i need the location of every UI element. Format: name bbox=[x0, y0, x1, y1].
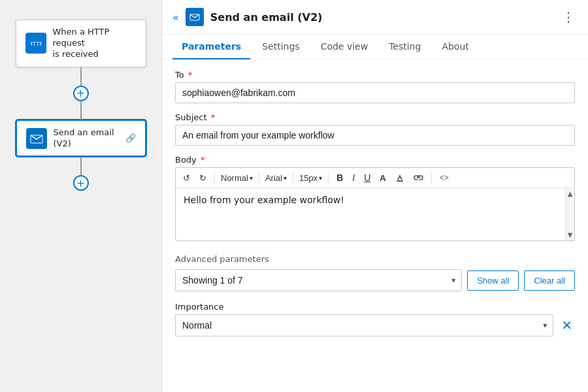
font-select[interactable]: Arial ▾ bbox=[264, 172, 288, 184]
collapse-button[interactable]: « bbox=[172, 11, 179, 24]
add-step-button-1[interactable]: + bbox=[73, 86, 89, 101]
advanced-params-label: Advanced parameters bbox=[175, 254, 575, 264]
tab-parameters[interactable]: Parameters bbox=[172, 35, 250, 59]
underline-button[interactable]: U bbox=[361, 171, 374, 185]
body-field-group: Body * ↺ ↻ Normal ▾ Arial ▾ bbox=[175, 155, 575, 241]
to-field-group: To * bbox=[175, 70, 575, 103]
size-select[interactable]: 15px ▾ bbox=[298, 172, 323, 184]
advanced-params-section: Advanced parameters Showing 1 of 7 ▾ Sho… bbox=[175, 254, 575, 291]
email-icon bbox=[26, 128, 47, 149]
importance-select[interactable]: Normal Low High bbox=[175, 314, 553, 336]
rte-content[interactable]: Hello from your example workflow! bbox=[176, 188, 574, 240]
format-chevron-icon: ▾ bbox=[250, 174, 253, 182]
tab-bar: Parameters Settings Code view Testing Ab… bbox=[162, 35, 588, 59]
font-chevron-icon: ▾ bbox=[284, 174, 287, 182]
scroll-up-icon[interactable]: ▲ bbox=[568, 190, 573, 197]
advanced-params-dropdown-wrapper: Showing 1 of 7 ▾ bbox=[175, 269, 462, 291]
subject-input[interactable] bbox=[175, 125, 575, 146]
panel-content: To * Subject * Body * ↺ ↻ bbox=[162, 59, 588, 392]
svg-rect-2 bbox=[29, 133, 44, 144]
importance-row: Normal Low High ▾ ✕ bbox=[175, 314, 575, 336]
scroll-down-icon[interactable]: ▼ bbox=[568, 231, 573, 238]
tab-testing[interactable]: Testing bbox=[380, 35, 430, 59]
code-button[interactable]: <> bbox=[436, 171, 452, 184]
action-panel: « Send an email (V2) ⋮ Parameters Settin… bbox=[162, 0, 588, 392]
font-color-button[interactable]: A bbox=[376, 171, 389, 185]
toolbar-divider-4 bbox=[328, 172, 329, 184]
svg-text:HTTP: HTTP bbox=[30, 41, 42, 47]
toolbar-divider-2 bbox=[259, 172, 259, 184]
body-label: Body * bbox=[175, 155, 575, 165]
bold-button[interactable]: B bbox=[333, 171, 346, 185]
importance-field-group: Importance Normal Low High ▾ ✕ bbox=[175, 302, 575, 336]
http-node-label: When a HTTP request is received bbox=[53, 27, 137, 60]
email-node-label: Send an email (V2) bbox=[54, 127, 119, 150]
advanced-params-controls: Showing 1 of 7 ▾ Show all Clear all bbox=[175, 269, 575, 291]
link-icon: 🔗 bbox=[125, 133, 136, 143]
clear-all-button[interactable]: Clear all bbox=[524, 270, 575, 291]
delete-importance-button[interactable]: ✕ bbox=[559, 318, 575, 333]
tab-about[interactable]: About bbox=[433, 35, 478, 59]
format-select[interactable]: Normal ▾ bbox=[220, 172, 254, 184]
connector-2 bbox=[80, 101, 82, 120]
to-label: To * bbox=[175, 70, 575, 80]
toolbar-divider-5 bbox=[431, 172, 432, 184]
importance-dropdown-wrapper: Normal Low High ▾ bbox=[175, 314, 553, 336]
show-all-button[interactable]: Show all bbox=[467, 270, 519, 291]
size-chevron-icon: ▾ bbox=[319, 174, 322, 182]
link-button[interactable] bbox=[410, 172, 427, 183]
svg-rect-6 bbox=[397, 180, 403, 182]
tab-settings[interactable]: Settings bbox=[253, 35, 308, 59]
add-step-button-2[interactable]: + bbox=[73, 175, 89, 191]
rte-toolbar: ↺ ↻ Normal ▾ Arial ▾ 15px ▾ bbox=[176, 168, 574, 188]
send-email-node[interactable]: Send an email (V2) 🔗 bbox=[16, 120, 146, 157]
subject-label: Subject * bbox=[175, 112, 575, 122]
panel-header: « Send an email (V2) ⋮ bbox=[162, 0, 588, 35]
to-input[interactable] bbox=[175, 82, 575, 103]
rte-scrollbar[interactable]: ▲ ▼ bbox=[565, 188, 574, 240]
panel-header-icon bbox=[186, 8, 204, 26]
toolbar-divider-1 bbox=[214, 172, 215, 184]
italic-button[interactable]: I bbox=[349, 171, 358, 185]
http-request-node[interactable]: HTTP When a HTTP request is received bbox=[16, 20, 146, 67]
tab-codeview[interactable]: Code view bbox=[312, 35, 378, 59]
undo-button[interactable]: ↺ bbox=[180, 171, 193, 185]
subject-field-group: Subject * bbox=[175, 112, 575, 146]
importance-label: Importance bbox=[175, 302, 575, 312]
rich-text-editor: ↺ ↻ Normal ▾ Arial ▾ 15px ▾ bbox=[175, 167, 575, 241]
redo-button[interactable]: ↻ bbox=[196, 171, 210, 185]
connector-1 bbox=[80, 67, 82, 86]
more-options-button[interactable]: ⋮ bbox=[559, 9, 578, 25]
connector-3 bbox=[80, 157, 82, 175]
http-icon: HTTP bbox=[25, 33, 46, 54]
advanced-params-select[interactable]: Showing 1 of 7 bbox=[175, 269, 462, 291]
panel-title: Send an email (V2) bbox=[210, 11, 553, 24]
highlight-button[interactable] bbox=[392, 171, 408, 184]
toolbar-divider-3 bbox=[293, 172, 293, 184]
workflow-canvas: HTTP When a HTTP request is received + S… bbox=[0, 0, 162, 392]
